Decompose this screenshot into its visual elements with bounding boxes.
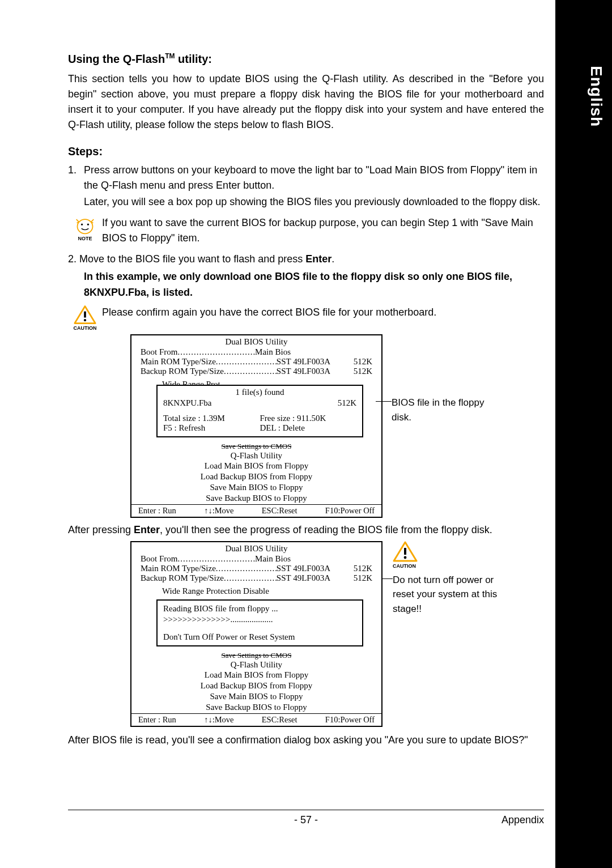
backup-rom-size: 512K [342,367,372,376]
step-2: 2. Move to the BIOS file you want to fla… [68,252,544,267]
svg-rect-5 [404,548,406,555]
file-size: 512K [338,398,356,408]
menu-load-main[interactable]: Load Main BIOS from Floppy [131,461,381,471]
menu-save-backup[interactable]: Save Backup BIOS to Floppy [131,702,381,713]
boot-from-value: Main Bios [255,347,291,357]
main-rom-value: SST 49LF003A [277,564,330,573]
caution-label: CAUTION [74,325,97,331]
dots: .............................. [216,357,277,367]
dots: .......................... [224,573,277,583]
step-1: 1. Press arrow buttons on your keyboard … [68,163,544,193]
file-name: 8KNXPU.Fba [163,398,211,408]
step-1-continued: Later, you will see a box pop up showing… [84,194,544,210]
bios-window: Dual BIOS Utility Boot From ............… [130,334,382,518]
after-enter-bold: Enter [134,524,160,535]
main-rom-label: Main ROM Type/Size [141,564,216,573]
svg-point-6 [404,556,407,559]
cmd-f10[interactable]: F10:Power Off [325,715,375,725]
menu-load-backup[interactable]: Load Backup BIOS from Floppy [131,680,381,691]
bios-title-2: Dual BIOS Utility [131,542,381,554]
dots: ........................................… [177,347,255,357]
after-read-text: After BIOS file is read, you'll see a co… [68,733,544,748]
bios-info-lines-2: Boot From ..............................… [131,554,381,586]
command-bar: Enter : Run ↑↓:Move ESC:Reset F10:Power … [131,504,381,517]
svg-point-2 [87,223,89,225]
spacer [342,347,372,357]
dots: ........................................… [177,554,255,564]
svg-point-1 [81,223,83,225]
menu-load-backup[interactable]: Load Backup BIOS from Floppy [131,471,381,482]
boot-from-value: Main Bios [255,554,291,564]
backup-rom-size: 512K [342,573,372,583]
heading-text-pre: Using the Q-Flash [68,53,165,65]
svg-point-0 [78,219,93,233]
bios-popup-wrap-2: Wide Range Protection Disable Reading BI… [131,586,381,650]
dots: .............................. [216,564,277,573]
dont-turn-text: Don't Turn Off Power or Reset System [163,632,356,642]
free-size: Free size : 911.50K [260,414,357,423]
bios-window-2: Dual BIOS Utility Boot From ............… [130,541,382,727]
cmd-f10[interactable]: F10:Power Off [325,506,375,516]
qflash-title: Q-Flash Utility [131,451,381,461]
del-delete[interactable]: DEL : Delete [260,423,357,433]
footer-rule [68,810,544,810]
main-rom-label: Main ROM Type/Size [141,357,216,367]
command-bar-2: Enter : Run ↑↓:Move ESC:Reset F10:Power … [131,713,381,726]
caution-label-2: CAUTION [393,563,416,571]
after-enter-post: , you'll then see the progress of readin… [160,524,492,535]
cmd-enter[interactable]: Enter : Run [138,715,176,725]
menu-load-main[interactable]: Load Main BIOS from Floppy [131,670,381,680]
files-found: 1 file(s) found [163,388,356,397]
cmd-esc[interactable]: ESC:Reset [262,715,298,725]
spacer [342,554,372,564]
cmd-move[interactable]: ↑↓:Move [204,506,233,516]
footer: - 57 - Appendix [68,814,544,826]
footer-page-number: - 57 - [68,814,544,826]
menu-save-backup[interactable]: Save Backup BIOS to Floppy [131,493,381,504]
svg-point-4 [84,319,86,321]
annotation-2-text: Do not turn off power or reset your syst… [393,575,497,614]
cutoff-text: Save Settings to CMOS [131,442,381,451]
caution-icon: CAUTION [68,305,102,331]
bios-screenshot-1: Dual BIOS Utility Boot From ............… [130,334,544,518]
main-rom-size: 512K [342,564,372,573]
reading-text: Reading BIOS file from floppy ... [163,604,356,614]
backup-rom-label: Backup ROM Type/Size [141,367,224,376]
heading-tm: TM [165,52,175,60]
step-number: 1. [68,163,84,193]
f5-refresh[interactable]: F5 : Refresh [163,423,260,433]
caution-text: Please confirm again you have the correc… [102,305,544,320]
menu-save-main[interactable]: Save Main BIOS to Floppy [131,482,381,493]
bios-screenshot-2: Dual BIOS Utility Boot From ............… [130,541,544,727]
boot-from-label: Boot From [141,554,177,564]
steps-heading: Steps: [68,145,544,158]
cutoff-text-2: Save Settings to CMOS [131,651,381,660]
page-content: Using the Q-FlashTM utility: This sectio… [68,52,544,748]
cmd-esc[interactable]: ESC:Reset [262,506,298,516]
step2-enter: Enter [305,253,332,265]
boot-from-label: Boot From [141,347,177,357]
file-popup: 1 file(s) found 8KNXPU.Fba 512K Total si… [156,385,363,437]
qflash-title-2: Q-Flash Utility [131,660,381,670]
bios-info-lines: Boot From ..............................… [131,347,381,380]
step2-post: . [332,253,334,265]
cmd-enter[interactable]: Enter : Run [138,506,176,516]
dots: .......................... [224,367,277,376]
reading-popup: Reading BIOS file from floppy ... >>>>>>… [156,599,363,646]
section-heading: Using the Q-FlashTM utility: [68,52,544,66]
file-row[interactable]: 8KNXPU.Fba 512K [163,398,356,408]
language-tab: English [580,54,612,139]
step2-pre: 2. Move to the BIOS file you want to fla… [68,253,305,265]
after-enter-pre: After pressing [68,524,134,535]
cmd-move[interactable]: ↑↓:Move [204,715,233,725]
heading-text-post: utility: [175,53,212,65]
intro-paragraph: This section tells you how to update BIO… [68,71,544,133]
menu-save-main[interactable]: Save Main BIOS to Floppy [131,691,381,702]
after-enter-text: After pressing Enter, you'll then see th… [68,522,544,538]
caution-icon-2: CAUTION [393,541,512,571]
bios-title: Dual BIOS Utility [131,335,381,347]
annotation-2: CAUTION Do not turn off power or reset y… [393,541,512,616]
svg-rect-3 [84,312,86,318]
progress-bar: >>>>>>>>>>>>>>.................... [163,615,356,624]
annotation-2-text-wrap: Do not turn off power or reset your syst… [393,573,512,616]
